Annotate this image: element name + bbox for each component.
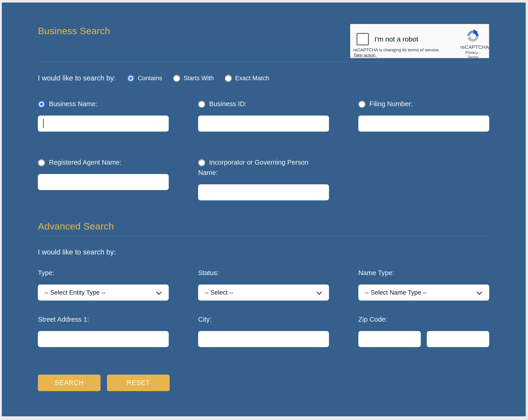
starts-with-radio[interactable] — [173, 75, 180, 82]
business-name-field-group: Business Name: — [38, 99, 169, 132]
incorporator-input[interactable] — [198, 184, 329, 200]
search-by-label: I would like to search by: — [38, 74, 116, 82]
search-button[interactable]: SEARCH — [38, 375, 101, 391]
status-field-group: Status: -- Select -- — [198, 268, 329, 301]
zip-plus4-input[interactable] — [427, 331, 489, 347]
filing-number-radio[interactable] — [358, 101, 365, 108]
advanced-search-by-label: I would like to search by: — [38, 248, 489, 256]
text-cursor — [43, 119, 44, 128]
business-id-radio[interactable] — [198, 101, 205, 108]
business-id-field-group: Business ID: — [198, 99, 329, 132]
street-address-label: Street Address 1: — [38, 314, 169, 325]
advanced-search-title: Advanced Search — [38, 221, 489, 232]
business-id-label[interactable]: Business ID: — [209, 100, 247, 108]
exact-match-radio[interactable] — [225, 75, 232, 82]
page-title: Business Search — [38, 26, 110, 36]
incorporator-radio[interactable] — [198, 159, 205, 166]
recaptcha-checkbox[interactable] — [357, 33, 369, 45]
zip-code-input[interactable] — [358, 331, 421, 347]
business-name-radio[interactable] — [38, 101, 45, 108]
zip-field-group: Zip Code: — [358, 314, 489, 347]
recaptcha-logo-icon — [466, 29, 480, 43]
street-address-field-group: Street Address 1: — [38, 314, 169, 347]
street-address-input[interactable] — [38, 331, 169, 347]
filing-number-field-group: Filing Number: — [358, 99, 489, 132]
registered-agent-input[interactable] — [38, 174, 169, 190]
filing-number-label[interactable]: Filing Number: — [369, 100, 413, 108]
registered-agent-field-group: Registered Agent Name: — [38, 157, 169, 200]
contains-radio-label[interactable]: Contains — [137, 75, 162, 82]
incorporator-field-group: Incorporator or Governing Person Name: — [198, 157, 329, 200]
type-label: Type: — [38, 268, 169, 278]
business-id-input[interactable] — [198, 115, 329, 132]
recaptcha-widget: I'm not a robot reCAPTCHA is changing it… — [350, 24, 489, 58]
recaptcha-privacy-terms-links[interactable]: Privacy - Terms — [460, 50, 486, 60]
header-row: Business Search I'm not a robot reCAPTCH… — [38, 2, 489, 62]
city-label: City: — [198, 314, 329, 325]
name-type-label: Name Type: — [358, 268, 489, 278]
recaptcha-take-action-link[interactable]: Take action. — [353, 53, 376, 58]
name-type-select[interactable]: -- Select Name Type -- — [358, 284, 489, 301]
registered-agent-radio[interactable] — [38, 159, 45, 166]
contains-radio[interactable] — [127, 75, 134, 82]
registered-agent-label[interactable]: Registered Agent Name: — [49, 159, 121, 166]
business-name-input[interactable] — [38, 115, 169, 132]
recaptcha-checkbox-label: I'm not a robot — [374, 35, 418, 43]
business-search-panel: Business Search I'm not a robot reCAPTCH… — [2, 2, 526, 416]
name-type-field-group: Name Type: -- Select Name Type -- — [358, 268, 489, 301]
type-field-group: Type: -- Select Entity Type -- — [38, 268, 169, 301]
recaptcha-notice: reCAPTCHA is changing its terms of servi… — [353, 47, 440, 53]
city-field-group: City: — [198, 314, 329, 347]
status-select[interactable]: -- Select -- — [198, 284, 329, 301]
city-input[interactable] — [198, 331, 329, 347]
starts-with-radio-label[interactable]: Starts With — [183, 75, 214, 82]
business-name-label[interactable]: Business Name: — [49, 100, 97, 108]
entity-type-select[interactable]: -- Select Entity Type -- — [38, 284, 169, 301]
recaptcha-brand-label: reCAPTCHA — [460, 44, 486, 50]
reset-button[interactable]: RESET — [107, 375, 170, 391]
incorporator-label[interactable]: Incorporator or Governing Person Name: — [198, 159, 308, 176]
filing-number-input[interactable] — [358, 115, 489, 132]
status-label: Status: — [198, 268, 329, 278]
exact-match-radio-label[interactable]: Exact Match — [235, 75, 269, 82]
zip-code-label: Zip Code: — [358, 314, 489, 325]
